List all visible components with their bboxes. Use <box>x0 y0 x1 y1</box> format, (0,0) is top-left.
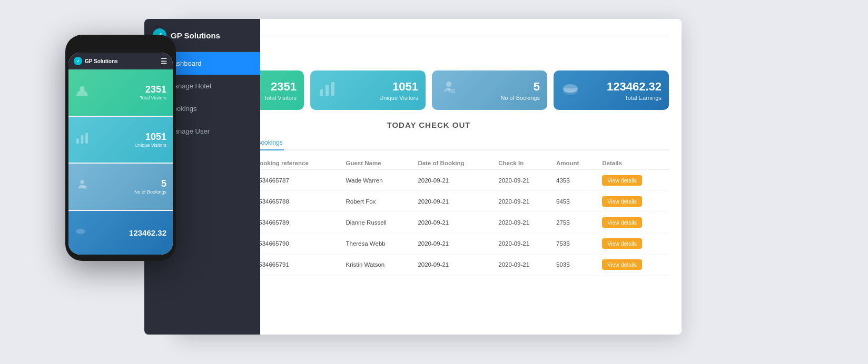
tabs: Hotel Bookings Ota Bookings <box>189 136 669 150</box>
booking-table: № OTA Booking reference Guest Name Date … <box>189 157 669 276</box>
phone-hamburger-icon[interactable]: ☰ <box>161 57 167 65</box>
total-earnings-value: 123462.32 <box>586 80 662 94</box>
phone-partial-earnings: 123462.32 <box>68 211 173 255</box>
view-details-button[interactable]: View details <box>602 175 642 186</box>
table-row: 3 🦉 tripadvisor 0534665789 Dianne Russel… <box>189 212 669 233</box>
phone-stat-info-visitors: 2351 Total Visitors <box>94 84 166 100</box>
phone-stat-label-visitors: Total Visitors <box>94 95 166 100</box>
phone-screen: ✓ GP Solutions ☰ 2351 Total Visitors <box>68 53 173 255</box>
view-details-button[interactable]: View details <box>602 259 642 270</box>
phone-stat-value-bookings: 5 <box>94 178 166 189</box>
col-checkin: Check In <box>494 157 552 170</box>
phone-stat-unique-visitors: 1051 Unique Visitors <box>68 117 173 163</box>
view-details-button[interactable]: View details <box>602 238 642 249</box>
cell-amount: 753$ <box>552 233 598 254</box>
cell-date: 2020-09-21 <box>413 191 494 212</box>
phone-stat-total-visitors: 2351 Total Visitors <box>68 69 173 116</box>
cell-amount: 503$ <box>552 254 598 275</box>
cell-details: View details <box>598 191 669 212</box>
cell-guest: Robert Fox <box>341 191 413 212</box>
cell-date: 2020-09-21 <box>413 254 494 275</box>
svg-rect-10 <box>81 136 84 144</box>
svg-rect-6 <box>451 92 455 93</box>
cell-date: 2020-09-21 <box>413 212 494 233</box>
cell-ref: 0534665787 <box>251 170 342 191</box>
svg-rect-2 <box>326 85 329 96</box>
stat-card-unique-visitors: 1051 Unique Visitors <box>310 70 426 110</box>
col-amount: Amount <box>552 157 598 170</box>
stat-card-info-no-of-bookings: 5 No of Bookings <box>465 80 540 101</box>
cell-details: View details <box>598 233 669 254</box>
scene: ✓ GP Solutions ⊞ Dashboard 🏨 Manage Hote… <box>39 8 829 356</box>
stat-card-info-total-earnings: 123462.32 Total Earnings <box>586 80 662 101</box>
view-details-button[interactable]: View details <box>602 196 642 207</box>
cell-ref: 0534665791 <box>251 254 342 275</box>
no-of-bookings-value: 5 <box>465 80 540 94</box>
bookings-icon-card <box>439 79 458 102</box>
svg-rect-1 <box>320 89 323 96</box>
cell-checkin: 2020-09-21 <box>494 254 552 275</box>
col-date: Date of Booking <box>413 157 494 170</box>
no-of-bookings-label: No of Bookings <box>465 95 540 101</box>
svg-rect-5 <box>451 89 455 90</box>
unique-visitors-label: Unique Visitors <box>343 95 418 101</box>
cell-details: View details <box>598 170 669 191</box>
cell-guest: Theresa Webb <box>341 233 413 254</box>
top-divider <box>189 37 669 37</box>
cell-guest: Dianne Russell <box>341 212 413 233</box>
phone-notch <box>100 41 142 50</box>
phone-stat-bookings: 5 No of Bookings <box>68 164 173 210</box>
phone-stat-value-unique: 1051 <box>94 132 166 143</box>
breadcrumb: Home <box>189 27 669 34</box>
phone-logo-icon: ✓ <box>74 57 82 65</box>
logo-text: GP Solutions <box>171 31 220 40</box>
svg-point-15 <box>76 229 85 234</box>
unique-visitors-value: 1051 <box>343 80 418 94</box>
stat-card-no-of-bookings: 5 No of Bookings <box>432 70 547 110</box>
phone-stat-label-unique: Unique Visitors <box>94 143 166 148</box>
table-row: 5 🦉 tripadvisor 0534665791 Kristin Watso… <box>189 254 669 275</box>
phone-stat-value-visitors: 2351 <box>94 84 166 95</box>
cell-amount: 275$ <box>552 212 598 233</box>
svg-rect-14 <box>84 187 87 188</box>
cell-details: View details <box>598 254 669 275</box>
phone-partial-icon <box>75 226 86 240</box>
table-row: 1 🦉 tripadvisor 0534665787 Wade Warren 2… <box>189 170 669 191</box>
mobile-phone: ✓ GP Solutions ☰ 2351 Total Visitors <box>65 35 176 261</box>
cell-ref: 0534665789 <box>251 212 342 233</box>
phone-stat-icon-unique <box>75 130 90 148</box>
svg-point-12 <box>80 180 84 184</box>
phone-content: 2351 Total Visitors 1051 Unique <box>68 69 173 255</box>
cell-checkin: 2020-09-21 <box>494 233 552 254</box>
cell-checkin: 2020-09-21 <box>494 170 552 191</box>
cell-ref: 0534665788 <box>251 191 342 212</box>
phone-topbar: ✓ GP Solutions ☰ <box>68 53 173 69</box>
cell-guest: Wade Warren <box>341 170 413 191</box>
col-guest: Guest Name <box>341 157 413 170</box>
unique-visitors-icon <box>318 79 337 102</box>
col-ref: Booking reference <box>251 157 342 170</box>
svg-point-4 <box>446 82 451 87</box>
stat-card-info-unique-visitors: 1051 Unique Visitors <box>343 80 418 101</box>
cell-details: View details <box>598 212 669 233</box>
svg-rect-11 <box>85 133 88 144</box>
phone-partial-earnings-value: 123462.32 <box>129 228 166 237</box>
section-title: TODAY CHECK OUT <box>189 120 669 129</box>
phone-logo-text: GP Solutions <box>85 58 118 64</box>
stat-card-total-earnings: 123462.32 Total Earnings <box>554 70 669 110</box>
phone-stat-info-unique: 1051 Unique Visitors <box>94 132 166 148</box>
phone-stat-label-bookings: No of Bookings <box>94 189 166 195</box>
cell-checkin: 2020-09-21 <box>494 212 552 233</box>
total-earnings-icon <box>561 79 580 102</box>
phone-stat-icon-bookings <box>75 178 90 196</box>
cell-date: 2020-09-21 <box>413 170 494 191</box>
table-row: 4 🦉 tripadvisor 0534665790 Theresa Webb … <box>189 233 669 254</box>
cell-guest: Kristin Watson <box>341 254 413 275</box>
stat-cards: 2351 Total Visitors 1051 Unique <box>189 70 669 110</box>
cell-amount: 545$ <box>552 191 598 212</box>
cell-checkin: 2020-09-21 <box>494 191 552 212</box>
svg-rect-3 <box>331 82 334 96</box>
cell-ref: 0534665790 <box>251 233 342 254</box>
svg-rect-13 <box>84 186 87 187</box>
view-details-button[interactable]: View details <box>602 217 642 228</box>
